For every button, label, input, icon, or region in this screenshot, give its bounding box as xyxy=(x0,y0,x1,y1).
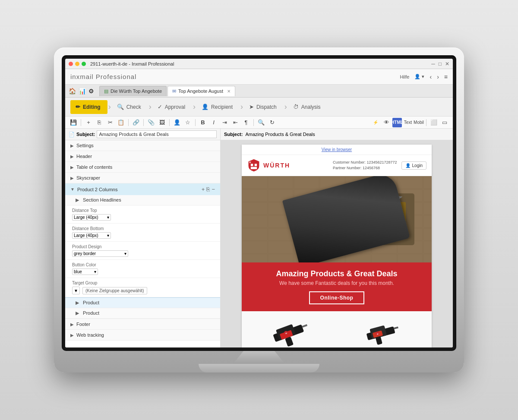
text-mode-btn[interactable]: Text xyxy=(403,118,413,127)
attach-btn[interactable]: 📎 xyxy=(146,118,156,127)
login-button[interactable]: 👤 Login xyxy=(401,161,426,170)
product-item-2[interactable]: ▶ Product xyxy=(65,308,220,319)
tree-header-web-tracking[interactable]: ▶ Web tracking xyxy=(65,330,220,340)
button-color-select[interactable]: blue ▾ xyxy=(72,268,98,275)
preview-subject-label: Subject: xyxy=(224,132,243,137)
workflow-bar: ✏ Editing › 🔍 Check › ✓ Approval xyxy=(65,98,453,117)
online-shop-button[interactable]: Online-Shop xyxy=(309,291,365,304)
workflow-step-approval[interactable]: ✓ Approval xyxy=(152,98,192,116)
close-icon[interactable]: ✕ xyxy=(445,61,449,67)
email-preview: View in browser xyxy=(242,145,432,347)
tab-close-icon[interactable]: ✕ xyxy=(227,89,231,94)
search-btn[interactable]: 🔍 xyxy=(256,118,266,127)
workflow-step-check[interactable]: 🔍 Check xyxy=(112,98,148,116)
copy-btn[interactable]: ⎘ xyxy=(95,118,104,127)
editing-label: Editing xyxy=(83,104,101,110)
link-btn[interactable]: 🔗 xyxy=(131,118,141,127)
view-in-browser-link[interactable]: View in browser xyxy=(322,147,352,152)
svg-rect-6 xyxy=(305,201,367,231)
distance-top-section: Distance Top Large (40px) ▾ xyxy=(65,205,220,224)
app-header: inxmail Professional Hilfe 👤 ▾ ‹ › ≡ xyxy=(65,69,453,85)
drill-hero-image: W xyxy=(242,176,432,262)
tree-header-product2col[interactable]: ▼ Product 2 Columns + ⎘ − xyxy=(65,183,220,195)
nav-fwd[interactable]: › xyxy=(437,73,439,80)
workflow-step-analysis[interactable]: ⏱ Analysis xyxy=(288,98,328,116)
tree-header-toc[interactable]: ▶ Table of contents xyxy=(65,162,220,172)
distance-bottom-select[interactable]: Large (40px) ▾ xyxy=(72,232,111,239)
copy-product-icon[interactable]: ⎘ xyxy=(206,186,210,193)
workflow-step-dispatch[interactable]: ➤ Dispatch xyxy=(244,98,284,116)
star-btn[interactable]: ☆ xyxy=(183,118,193,127)
button-color-value: blue xyxy=(74,269,82,274)
login-icon: 👤 xyxy=(405,163,411,168)
eye-btn[interactable]: 👁 xyxy=(382,118,391,127)
distance-top-select[interactable]: Large (40px) ▾ xyxy=(72,214,111,221)
add-product-icon[interactable]: + xyxy=(202,186,205,193)
outdent-btn[interactable]: ⇤ xyxy=(231,118,240,127)
chart-icon[interactable]: 📊 xyxy=(79,88,86,95)
workflow-step-recipient[interactable]: 👤 Recipient xyxy=(196,98,240,116)
main-toolbar: 💾 + ⎘ ✂ 📋 🔗 📎 🖼 👤 ☆ B I ⇥ ⇤ ¶ xyxy=(65,117,453,129)
image-btn[interactable]: 🖼 xyxy=(157,118,167,127)
customer-info: Customer Number: 12345621728772 Partner … xyxy=(333,160,397,171)
drill-svg: W xyxy=(242,176,432,262)
subject-input[interactable] xyxy=(97,130,217,138)
arrow-2: › xyxy=(149,102,152,111)
section-headlines-item[interactable]: ▶ Section Headlines xyxy=(65,195,220,205)
tab-label-1: Die Würth Top Angebote xyxy=(111,88,162,94)
minimize-icon[interactable]: ─ xyxy=(431,61,435,67)
toggle-btn[interactable]: ⬜ xyxy=(429,118,439,127)
bold-btn[interactable]: B xyxy=(198,118,208,127)
section-headlines-toggle: ▶ xyxy=(76,197,79,202)
toggle-header: ▶ xyxy=(70,154,74,159)
user-btn[interactable]: 👤 xyxy=(172,118,182,127)
help-label[interactable]: Hilfe xyxy=(400,74,409,79)
refresh-btn[interactable]: ↻ xyxy=(267,118,277,127)
tree-header-header[interactable]: ▶ Header xyxy=(65,151,220,161)
cut-btn[interactable]: ✂ xyxy=(105,118,115,127)
italic-btn[interactable]: I xyxy=(209,118,218,127)
tab-die-wuerth[interactable]: ▤ Die Würth Top Angebote xyxy=(99,86,167,96)
toggle-product2col: ▼ xyxy=(70,187,75,192)
filter-icon[interactable]: ▼ xyxy=(72,287,80,294)
new-btn[interactable]: + xyxy=(84,118,93,127)
app-logo: inxmail Professional xyxy=(70,73,136,80)
product-design-select[interactable]: grey border ▾ xyxy=(72,250,128,257)
tree-item-settings: ▶ Settings xyxy=(65,140,220,151)
menu-icon[interactable]: ≡ xyxy=(444,73,448,80)
workflow-step-editing[interactable]: ✏ Editing xyxy=(70,98,107,116)
analysis-label: Analysis xyxy=(301,104,321,110)
indent-btn[interactable]: ⇥ xyxy=(220,118,229,127)
target-group-section: Target Group ▼ (Keine Zielgruppe ausgewä… xyxy=(65,278,220,297)
stand-neck xyxy=(233,351,285,364)
panel-btn[interactable]: ▭ xyxy=(440,118,449,127)
home-icon[interactable]: 🏠 xyxy=(69,88,76,95)
tree-header-footer[interactable]: ▶ Footer xyxy=(65,319,220,329)
tree-header-settings[interactable]: ▶ Settings xyxy=(65,140,220,151)
tree-item-footer: ▶ Footer xyxy=(65,319,220,330)
align-btn[interactable]: ¶ xyxy=(241,118,251,127)
maximize-button[interactable] xyxy=(82,62,86,66)
product-item-1[interactable]: ▶ Product xyxy=(65,297,220,308)
svg-rect-2 xyxy=(242,176,432,262)
mobil-mode-btn[interactable]: Mobil xyxy=(414,118,423,127)
settings-icon[interactable]: ⚙ xyxy=(88,88,94,95)
html-mode-btn[interactable]: HTML xyxy=(392,118,402,127)
user-icon[interactable]: 👤 ▾ xyxy=(414,74,424,79)
check-icon: 🔍 xyxy=(117,104,124,110)
save-btn[interactable]: 💾 xyxy=(69,118,78,127)
paste-btn[interactable]: 📋 xyxy=(116,118,126,127)
tab-bar: 🏠 📊 ⚙ ▤ Die Würth Top Angebote ✉ Top Ang… xyxy=(65,85,453,98)
minimize-button[interactable] xyxy=(75,62,79,66)
product2-toggle: ▶ xyxy=(76,310,79,316)
tab-top-angebote[interactable]: ✉ Top Angebote August ✕ xyxy=(167,86,235,96)
restore-icon[interactable]: □ xyxy=(439,61,442,67)
remove-product-icon[interactable]: − xyxy=(212,186,215,193)
svg-rect-17 xyxy=(302,324,307,328)
tree-header-skyscraper[interactable]: ▶ Skyscraper xyxy=(65,173,220,183)
close-button[interactable] xyxy=(69,62,73,66)
dispatch-icon: ➤ xyxy=(249,104,254,110)
product-card-1: W xyxy=(247,316,335,347)
nav-back[interactable]: ‹ xyxy=(430,73,432,80)
source-view-btn[interactable]: ⚡ xyxy=(371,118,380,127)
